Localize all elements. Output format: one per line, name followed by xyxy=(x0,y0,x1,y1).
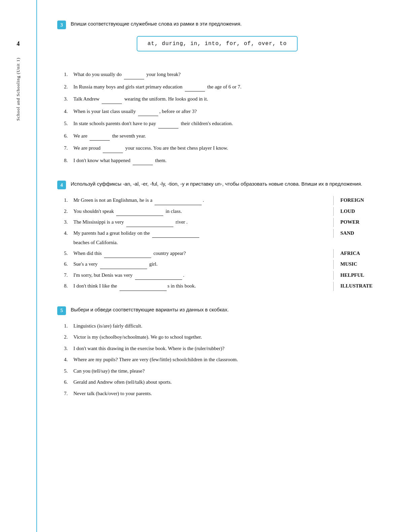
list-item: 6. We are the seventh year. xyxy=(64,132,377,141)
item-number: 3. xyxy=(64,344,73,353)
list-item: 3. Talk Andrew wearing the uniform. He l… xyxy=(64,95,377,104)
exercise-4-number: 4 xyxy=(57,181,66,189)
blank-field[interactable] xyxy=(135,271,182,280)
item-text: In state schools parents don't have to p… xyxy=(73,119,377,128)
blank-field[interactable] xyxy=(90,132,110,141)
item-text: I don't think I like the s in this book. xyxy=(73,282,333,291)
exercise-4-list: 1. Mr Green is not an Englishman, he is … xyxy=(64,196,377,291)
item-text: Talk Andrew wearing the uniform. He look… xyxy=(73,95,377,104)
item-number: 6. xyxy=(64,260,73,269)
item-text: Sue's a very girl. xyxy=(73,260,333,269)
list-item: 8. I don't know what happened them. xyxy=(64,156,377,165)
list-item: 2. In Russia many boys and girls start p… xyxy=(64,83,377,92)
blank-field[interactable] xyxy=(138,107,158,116)
ex4-row: 5. When did this country appear? AFRICA xyxy=(64,249,377,258)
word-hint: FOREIGN xyxy=(333,196,377,205)
choice-text: (ruler/rubber) xyxy=(195,346,222,351)
item-text: I'm sorry, but Denis was very . xyxy=(73,271,333,280)
item-text: My parents had a great holiday on the xyxy=(73,229,333,238)
blank-field[interactable] xyxy=(124,70,144,79)
item-number: 2. xyxy=(64,333,73,342)
exercise-3-block: 3 Впиши соответствующие служебные слова … xyxy=(57,20,377,165)
list-item: 7. Never talk (back/over) to your parent… xyxy=(64,389,377,398)
item-text: We are proud your success. You are the b… xyxy=(73,144,377,153)
blank-field[interactable] xyxy=(133,156,153,165)
item-number: 7. xyxy=(64,271,73,280)
item-text: When did this country appear? xyxy=(73,249,333,258)
choice-text: (back/over) xyxy=(96,391,119,396)
blank-field[interactable] xyxy=(120,282,167,291)
item-number: 1. xyxy=(64,196,73,205)
item-text: In Russia many boys and girls start prim… xyxy=(73,83,377,92)
blank-field[interactable] xyxy=(155,196,202,205)
exercise-3-list: 1. What do you usually do your long brea… xyxy=(64,70,377,165)
exercise-4-header: 4 Используй суффиксы -an, -al, -er, -ful… xyxy=(57,180,377,189)
item-number: 6. xyxy=(64,132,73,141)
item-number: 3. xyxy=(64,95,73,104)
item-number: 4. xyxy=(64,107,73,116)
list-item: 2. Victor is my (schoolboy/schoolmate). … xyxy=(64,333,377,342)
ex4-row: 7. I'm sorry, but Denis was very . HELPF… xyxy=(64,271,377,280)
ex4-row: 4. My parents had a great holiday on the… xyxy=(64,229,377,238)
item-number: 1. xyxy=(64,70,73,79)
blank-field[interactable] xyxy=(152,229,199,238)
item-text: When is your last class usually , before… xyxy=(73,107,377,116)
item-number: 4. xyxy=(64,229,73,238)
list-item: 6. Gerald and Andrew often (tell/talk) a… xyxy=(64,378,377,387)
blank-field[interactable] xyxy=(126,218,173,227)
page-container: 4 School and Schooling (Unit 1) 3 Впиши … xyxy=(0,0,404,532)
exercise-5-block: 5 Выбери и обведи соответствующие вариан… xyxy=(57,306,377,398)
blank-field[interactable] xyxy=(100,260,147,269)
item-number: 8. xyxy=(64,156,73,165)
blank-field[interactable] xyxy=(103,144,123,153)
main-content: 3 Впиши соответствующие служебные слова … xyxy=(37,0,404,532)
list-item: 4. When is your last class usually , bef… xyxy=(64,107,377,116)
exercise-3-number: 3 xyxy=(57,21,66,29)
sidebar-label: School and Schooling (Unit 1) xyxy=(15,58,21,121)
item-text: I don't want this drawing in the exercis… xyxy=(73,344,377,353)
exercise-3-header: 3 Впиши соответствующие служебные слова … xyxy=(57,20,377,29)
word-box-wrapper: at, during, in, into, for, of, over, to xyxy=(57,36,377,61)
ex4-row: 2. You shouldn't speak in class. LOUD xyxy=(64,207,377,216)
blank-field[interactable] xyxy=(104,249,151,258)
item-number: 2. xyxy=(64,83,73,92)
ex4-row: 6. Sue's a very girl. MUSIC xyxy=(64,260,377,269)
ex4-row: 3. The Mississippi is a very river . POW… xyxy=(64,218,377,227)
list-item: 5. Can you (tell/say) the time, please? xyxy=(64,367,377,376)
list-item: 5. In state schools parents don't have t… xyxy=(64,119,377,128)
item-text: Never talk (back/over) to your parents. xyxy=(73,389,377,398)
word-hint: AFRICA xyxy=(333,249,377,258)
ex4-row: 1. Mr Green is not an Englishman, he is … xyxy=(64,196,377,205)
list-item: 1. Linguistics (is/are) fairly difficult… xyxy=(64,322,377,331)
item-number: 5. xyxy=(64,367,73,376)
item-text: Gerald and Andrew often (tell/talk) abou… xyxy=(73,378,377,387)
choice-text: (few/little) xyxy=(150,357,171,362)
exercise-5-number: 5 xyxy=(57,306,66,315)
list-item: 1. What do you usually do your long brea… xyxy=(64,70,377,79)
exercise-4-instruction: Используй суффиксы -an, -al, -er, -ful, … xyxy=(71,180,362,188)
item-text: We are the seventh year. xyxy=(73,132,377,141)
item-number: 1. xyxy=(64,322,73,331)
item-number: 6. xyxy=(64,378,73,387)
choice-text: (tell/talk) xyxy=(126,379,145,385)
item-text: Can you (tell/say) the time, please? xyxy=(73,367,377,376)
exercise-3-instruction: Впиши соответствующие служебные слова из… xyxy=(71,20,242,28)
ex4-row: 8. I don't think I like the s in this bo… xyxy=(64,282,377,291)
exercise-4-block: 4 Используй суффиксы -an, -al, -er, -ful… xyxy=(57,180,377,291)
item-number: 5. xyxy=(64,249,73,258)
exercise-5-instruction: Выбери и обведи соответствующие варианты… xyxy=(71,306,229,314)
blank-field[interactable] xyxy=(158,119,178,128)
item-number: 5. xyxy=(64,119,73,128)
item-number: 7. xyxy=(64,144,73,153)
list-item: 3. I don't want this drawing in the exer… xyxy=(64,344,377,353)
blank-field[interactable] xyxy=(185,83,205,92)
item-text: I don't know what happened them. xyxy=(73,156,377,165)
blank-field[interactable] xyxy=(102,95,122,104)
choice-text: (schoolboy/schoolmate) xyxy=(100,334,148,340)
item-number: 3. xyxy=(64,218,73,227)
blank-field[interactable] xyxy=(116,207,163,216)
word-hint: MUSIC xyxy=(333,260,377,269)
item-text: What do you usually do your long break? xyxy=(73,70,377,79)
item-text: Mr Green is not an Englishman, he is a . xyxy=(73,196,333,205)
word-hint: SAND xyxy=(333,229,377,238)
